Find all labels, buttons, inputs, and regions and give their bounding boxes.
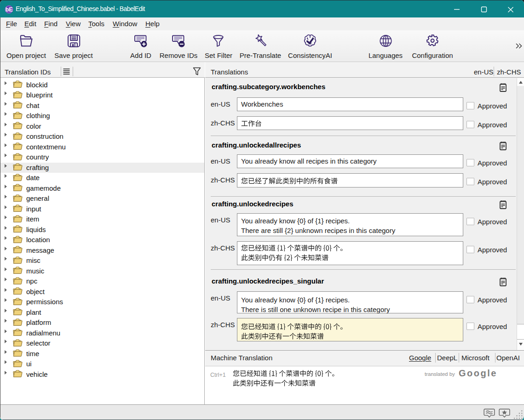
- svg-text:bE: bE: [6, 6, 13, 13]
